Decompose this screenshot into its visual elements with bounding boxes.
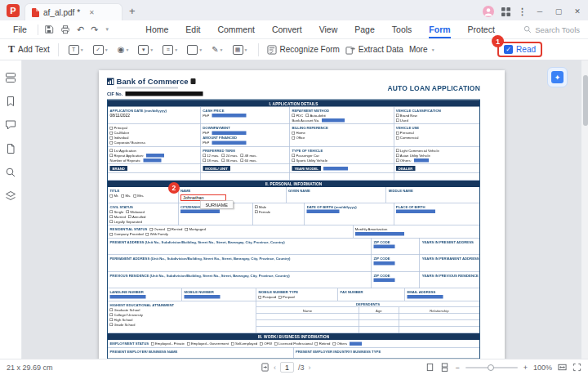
form-checkbox[interactable]: Individual	[109, 136, 128, 140]
form-checkbox[interactable]: Female	[254, 210, 270, 214]
zoom-in-button[interactable]: +	[523, 364, 528, 372]
form-checkbox[interactable]: Asian Utility Vehicle	[395, 154, 430, 158]
form-checkbox[interactable]: PDC	[292, 114, 303, 118]
form-fill-field[interactable]	[212, 141, 246, 145]
form-fill-field[interactable]	[184, 295, 220, 299]
search-panel-icon[interactable]	[5, 167, 16, 178]
form-checkbox[interactable]: 12 mos.	[203, 154, 219, 158]
zoom-slider-thumb[interactable]	[488, 364, 494, 371]
chevron-down-icon[interactable]: ▼	[198, 47, 203, 52]
form-fill-field[interactable]	[323, 167, 347, 171]
zoom-level[interactable]: 100%	[533, 364, 552, 372]
form-checkbox[interactable]: Employed - Government	[186, 342, 228, 346]
print-icon[interactable]	[60, 25, 70, 34]
bookmarks-panel-icon[interactable]	[5, 96, 16, 107]
form-checkbox[interactable]: Prepaid	[278, 295, 295, 299]
form-checkbox[interactable]: Others:	[395, 158, 411, 163]
more-menu-icon[interactable]: ⋮	[518, 7, 527, 17]
recognize-form-button[interactable]: Recognize Form	[267, 45, 340, 55]
menu-home[interactable]: Home	[145, 20, 168, 38]
account-avatar[interactable]	[483, 6, 494, 17]
menu-convert[interactable]: Convert	[272, 20, 302, 38]
form-fill-field[interactable]	[146, 154, 164, 158]
chevron-down-icon[interactable]: ▼	[125, 47, 129, 52]
form-checkbox[interactable]: Male	[254, 205, 265, 209]
scrollbar-thumb[interactable]	[583, 75, 588, 126]
dependents-cell[interactable]	[399, 314, 479, 320]
page-number-input[interactable]: 1	[280, 362, 294, 373]
form-checkbox[interactable]: Repeat Application:	[109, 154, 144, 158]
listbox-field-tool[interactable]: ≡▼	[161, 44, 180, 56]
apps-grid-icon[interactable]	[501, 7, 510, 16]
form-checkbox[interactable]: Auto-debit	[305, 114, 325, 118]
form-field-value[interactable]: 08/11/2022	[109, 114, 130, 118]
button-field-tool[interactable]: ▼	[185, 44, 204, 56]
menu-edit[interactable]: Edit	[185, 20, 200, 38]
read-button[interactable]: 1 ✓ Read	[497, 42, 542, 57]
dependents-cell[interactable]	[399, 320, 479, 327]
chevron-down-icon[interactable]: ▼	[149, 47, 154, 52]
form-checkbox[interactable]: Corporate/ Business	[109, 141, 145, 145]
form-checkbox[interactable]: Licensed Professional	[274, 342, 313, 346]
form-fill-field[interactable]	[180, 210, 219, 214]
new-tab-button[interactable]: +	[129, 5, 136, 17]
single-page-view-icon[interactable]	[425, 363, 434, 372]
chevron-down-icon[interactable]: ▼	[80, 47, 84, 52]
menu-page[interactable]: Page	[354, 20, 375, 38]
form-checkbox[interactable]: Married	[109, 215, 125, 219]
form-fill-field[interactable]	[143, 158, 161, 163]
add-text-button[interactable]: T Add Text	[8, 43, 50, 56]
form-checkbox[interactable]: OFW	[260, 342, 272, 346]
dependents-cell[interactable]	[359, 314, 399, 320]
form-fill-field[interactable]	[373, 279, 394, 283]
form-fill-field[interactable]	[212, 131, 246, 135]
previous-page-icon[interactable]: ‹	[274, 364, 276, 372]
form-checkbox[interactable]: Personal	[395, 131, 413, 135]
search-tools[interactable]: Search Tools	[523, 25, 580, 34]
layers-panel-icon[interactable]	[5, 190, 16, 202]
form-checkbox[interactable]: Office	[292, 136, 305, 140]
form-checkbox[interactable]: 1st Application	[109, 149, 136, 153]
dropdown-field-tool[interactable]: ▾▼	[136, 44, 155, 56]
chevron-down-icon[interactable]: ▼	[105, 47, 109, 52]
menu-tools[interactable]: Tools	[392, 20, 412, 38]
minimize-button[interactable]: ─	[534, 7, 546, 16]
form-checkbox[interactable]: Sports Utility Vehicle	[292, 158, 327, 163]
form-checkbox[interactable]: Self-employed	[231, 342, 257, 346]
form-checkbox[interactable]: Co-Maker	[109, 131, 129, 135]
form-fill-field[interactable]	[407, 295, 443, 299]
thumbnails-panel-icon[interactable]	[5, 72, 16, 83]
menu-comment[interactable]: Comment	[217, 20, 255, 38]
cif-field[interactable]	[125, 92, 203, 96]
signature-field-tool[interactable]: ✎▼	[210, 45, 225, 55]
radio-field-tool[interactable]: ◉▼	[116, 45, 131, 55]
dependents-cell[interactable]	[399, 327, 479, 333]
form-checkbox[interactable]: Mr.	[109, 194, 118, 198]
form-checkbox[interactable]: Brand New	[395, 114, 416, 118]
chevron-down-icon[interactable]: ▼	[174, 47, 178, 52]
form-checkbox[interactable]: Retired	[314, 342, 330, 346]
form-checkbox[interactable]: 24 mos.	[221, 154, 238, 158]
next-page-icon[interactable]: ›	[308, 364, 310, 372]
name-field-annotated[interactable]: 2JohnathanSURNAME	[180, 194, 225, 201]
file-menu[interactable]: File	[8, 25, 32, 34]
form-checkbox[interactable]: Mrs.	[133, 194, 144, 198]
form-checkbox[interactable]: 18 mos.	[203, 158, 219, 163]
more-button[interactable]: More ▼	[409, 45, 435, 54]
document-tab[interactable]: af_al.pdf * ✕	[24, 3, 122, 20]
save-icon[interactable]	[44, 25, 54, 34]
form-checkbox[interactable]: Postpaid	[258, 295, 276, 299]
toolbar-customize-chevron-icon[interactable]: ▼	[105, 27, 109, 32]
form-checkbox[interactable]: Passenger Car	[292, 154, 318, 158]
form-checkbox[interactable]: 48 mos.	[240, 154, 256, 158]
continuous-view-icon[interactable]	[440, 363, 449, 372]
tab-close-icon[interactable]: ✕	[89, 9, 95, 16]
form-checkbox[interactable]: Others	[332, 342, 347, 346]
text-field-tool[interactable]: T▼	[67, 44, 86, 56]
form-fill-field[interactable]	[413, 158, 428, 163]
menu-protect[interactable]: Protect	[468, 20, 495, 38]
form-fill-field[interactable]	[306, 210, 339, 214]
form-fill-field[interactable]	[350, 342, 362, 346]
form-checkbox[interactable]: Home	[292, 131, 305, 135]
dependents-cell[interactable]	[359, 320, 399, 327]
